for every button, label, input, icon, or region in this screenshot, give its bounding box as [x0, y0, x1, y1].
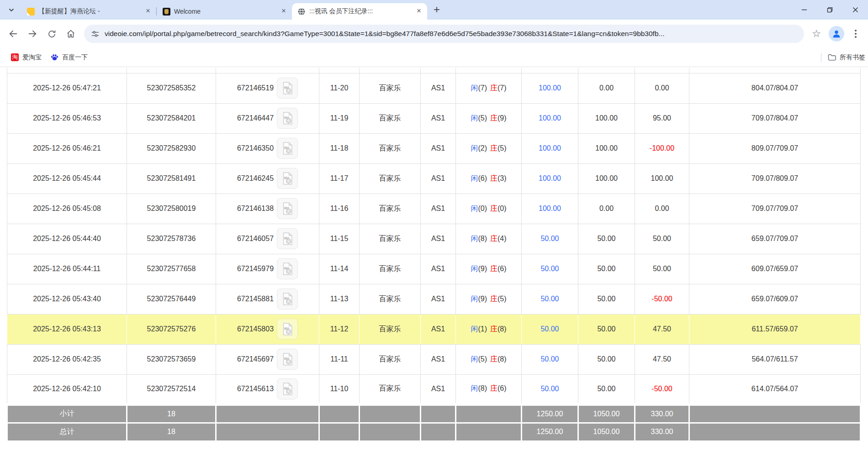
tab-search-button[interactable] [5, 3, 18, 17]
video-replay-button[interactable] [277, 108, 298, 129]
tab-close-icon[interactable]: × [414, 7, 423, 16]
table-row: 2025-12-26 05:42:10 523072572514 6721456… [7, 374, 861, 404]
valid-amount: 50.00 [578, 224, 635, 254]
valid-amount: 0.00 [578, 73, 635, 103]
total-valid: 1050.00 [578, 423, 635, 441]
bet-id: 523072572514 [127, 374, 216, 404]
account: AS1 [421, 344, 456, 374]
url-bar[interactable]: videoie.com/ipl/portal.php/game/betrecor… [84, 25, 804, 43]
restore-button[interactable] [817, 0, 842, 20]
new-tab-button[interactable]: + [430, 3, 444, 17]
game-type: 百家乐 [360, 103, 421, 133]
table-round-no: 11-18 [319, 133, 360, 163]
account: AS1 [421, 194, 456, 224]
bet-amount: 100.00 [522, 194, 578, 224]
profile-avatar[interactable] [829, 26, 844, 42]
round-id: 672146138 [237, 204, 274, 213]
video-replay-button[interactable] [277, 138, 298, 159]
home-icon [66, 29, 76, 39]
win-loss: 0.00 [635, 194, 689, 224]
tab-close-icon[interactable]: × [143, 7, 153, 16]
bet-record-table: 2025-12-26 05:47:21 523072585352 6721465… [6, 68, 861, 442]
home-button[interactable] [61, 24, 80, 43]
video-replay-button[interactable] [277, 168, 298, 189]
player-score: (7) [478, 84, 487, 92]
balance: 609.07/659.07 [689, 254, 861, 284]
player-label: 闲 [471, 265, 478, 273]
dark-emblem-icon [162, 7, 170, 16]
bet-time: 2025-12-26 05:44:40 [7, 224, 127, 254]
tab-strip: 【新提醒】海燕论坛 - × Welcome × :::视讯 会员下注纪录::: … [0, 0, 868, 20]
round-cell: 672145979 [216, 254, 319, 284]
account: AS1 [421, 374, 456, 404]
balance: 709.07/709.07 [689, 194, 861, 224]
tab-title: 【新提醒】海燕论坛 - [38, 7, 140, 16]
banker-score: (0) [498, 204, 507, 212]
bet-time: 2025-12-26 05:46:53 [7, 103, 127, 133]
video-replay-button[interactable] [277, 228, 298, 249]
game-type: 百家乐 [360, 163, 421, 194]
table-round-no: 11-19 [319, 103, 360, 133]
game-result: 闲(5)庄(9) [456, 103, 522, 133]
tab-welcome[interactable]: Welcome × [157, 3, 292, 20]
game-result: 闲(9)庄(6) [456, 254, 522, 284]
page-content: 2025-12-26 05:47:21 523072585352 6721465… [0, 67, 868, 442]
table-round-no: 11-13 [319, 284, 360, 314]
bet-id: 523072580019 [127, 194, 216, 224]
valid-amount: 50.00 [578, 254, 635, 284]
bet-amount: 50.00 [522, 374, 578, 404]
round-cell: 672145803 [216, 314, 319, 344]
minimize-button[interactable] [791, 0, 817, 20]
bookmark-taobao[interactable]: 淘 爱淘宝 [6, 51, 46, 64]
round-cell: 672146138 [216, 194, 319, 224]
close-button[interactable] [842, 0, 868, 20]
game-type: 百家乐 [360, 224, 421, 254]
bet-time: 2025-12-26 05:42:10 [7, 374, 127, 404]
reload-button[interactable] [42, 24, 61, 43]
game-type: 百家乐 [360, 73, 421, 103]
forward-button[interactable] [23, 24, 42, 43]
video-replay-button[interactable] [277, 378, 298, 399]
video-replay-button[interactable] [277, 78, 298, 99]
video-replay-button[interactable] [277, 349, 298, 370]
bookmarks-bar: 淘 爱淘宝 百度一下 所有书签 [0, 48, 868, 67]
tab-bet-record-active[interactable]: :::视讯 会员下注纪录::: × [292, 3, 427, 20]
total-count: 18 [127, 423, 216, 441]
table-row: 2025-12-26 05:46:21 523072582930 6721463… [7, 133, 861, 163]
banker-score: (9) [498, 114, 507, 122]
account: AS1 [421, 133, 456, 163]
round-id: 672145881 [237, 295, 274, 303]
video-replay-button[interactable] [277, 258, 298, 279]
round-cell: 672145613 [216, 374, 319, 404]
game-result: 闲(8)庄(6) [456, 374, 522, 404]
subtotal-winloss: 330.00 [635, 404, 689, 423]
bookmark-baidu[interactable]: 百度一下 [46, 51, 92, 64]
folder-icon [828, 54, 836, 61]
video-replay-button[interactable] [277, 198, 298, 219]
win-loss: 50.00 [635, 254, 689, 284]
video-replay-button[interactable] [277, 319, 298, 340]
game-type: 百家乐 [360, 284, 421, 314]
subtotal-valid: 1050.00 [578, 404, 635, 423]
win-loss: 47.50 [635, 344, 689, 374]
game-type: 百家乐 [360, 133, 421, 163]
table-round-no: 11-15 [319, 224, 360, 254]
banker-label: 庄 [490, 204, 498, 212]
video-file-icon [281, 111, 294, 125]
back-button[interactable] [4, 24, 23, 43]
table-round-no: 11-10 [319, 374, 360, 404]
game-result: 闲(9)庄(5) [456, 284, 522, 314]
browser-menu-button[interactable] [849, 26, 863, 42]
video-replay-button[interactable] [277, 288, 298, 309]
game-result: 闲(2)庄(5) [456, 133, 522, 163]
banker-label: 庄 [490, 295, 498, 303]
tab-close-icon[interactable]: × [279, 7, 288, 16]
bookmark-star-button[interactable]: ☆ [809, 26, 824, 42]
round-cell: 672146447 [216, 103, 319, 133]
tab-haiyan-forum[interactable]: 【新提醒】海燕论坛 - × [21, 3, 156, 20]
banker-label: 庄 [490, 384, 498, 392]
all-bookmarks-button[interactable]: 所有书签 [828, 53, 865, 62]
player-label: 闲 [471, 204, 478, 212]
table-round-no: 11-11 [319, 344, 360, 374]
reload-icon [47, 29, 57, 39]
